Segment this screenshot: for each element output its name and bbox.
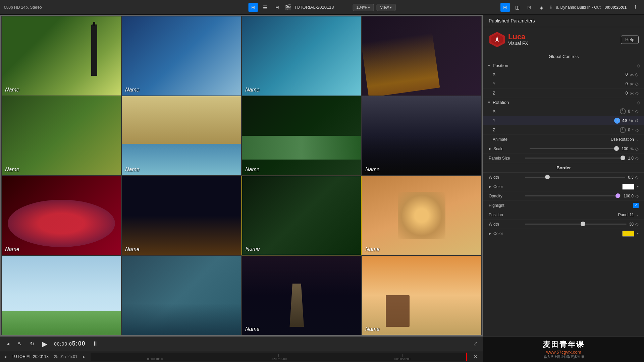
highlight-position-label: Position [489,213,522,217]
cell-label: Name [365,326,380,332]
scale-number: 100 [622,146,628,151]
right-toolbar-icons: ⊞ ◫ ⊡ ◈ [500,3,546,12]
position-header[interactable]: ▼ Position ◇ [483,61,644,70]
rotation-z-row: Z 0 ° ◇ [483,125,644,135]
timeline-btn[interactable]: ◫ [513,3,522,12]
ry-reset-icon[interactable]: ↺ [635,118,639,123]
effect-name: 8. Dynamic Build In - Out [556,5,600,10]
mark-line [155,354,155,357]
border-section-title: Border [483,163,644,173]
table-row: Name [241,96,362,176]
border-width-thumb[interactable] [545,175,550,179]
opacity-reset[interactable]: ◇ [635,193,639,199]
position-x-number: 0 [626,72,628,77]
table-row: Name [362,176,482,255]
position-dropdown-icon[interactable]: ⌄ [636,213,639,217]
x-reset-icon[interactable]: ◇ [635,72,639,77]
highlight-color-label: Color [493,231,527,236]
highlight-value [633,203,639,208]
panels-size-thumb[interactable] [621,156,625,160]
mark-line [402,354,402,357]
grid-view-btn[interactable]: ⊞ [249,3,258,12]
table-row[interactable]: Name [241,176,362,255]
zoom-arrow: ▾ [368,5,370,10]
nav-left-btn[interactable]: ◂ [5,339,11,348]
color-dropdown-icon[interactable]: ▾ [637,185,639,188]
highlight-width-thumb[interactable] [581,222,585,226]
panel-title: Published Parameters [489,18,535,23]
position-y-unit: px [630,82,634,86]
border-width-reset[interactable]: ◇ [635,175,639,180]
animate-value: Use Rotation ⌄ [611,137,639,142]
help-button[interactable]: Help [621,36,639,44]
rotation-reset[interactable]: ◇ [637,100,640,105]
animate-dropdown-icon[interactable]: ⌄ [636,137,639,141]
position-x-label: X [493,72,526,77]
rotation-y-dial[interactable] [614,118,620,124]
scale-label: Scale [493,146,527,151]
position-x-value: 0 px [626,72,634,77]
settings-icon-btn[interactable]: ⊡ [525,3,534,12]
border-color-swatch[interactable] [622,184,634,190]
rotation-z-dial[interactable] [620,127,626,133]
tool-select-btn[interactable]: ↖ [16,339,23,348]
color2-expand-icon: ▶ [489,232,491,235]
color2-dropdown-icon[interactable]: ▾ [637,232,639,235]
y-reset-icon[interactable]: ◇ [635,81,639,86]
table-row: Name [1,16,121,96]
view-button[interactable]: View ▾ [376,4,395,11]
highlight-width-value: 30 [629,222,634,227]
z-reset-icon[interactable]: ◇ [635,90,639,96]
fullscreen-btn[interactable]: ⤢ [473,341,478,347]
scale-reset-icon[interactable]: ◇ [635,146,639,152]
watermark-sub: 输入从上网址获取更多资源 [489,355,639,359]
position-reset[interactable]: ◇ [637,63,640,68]
split-view-btn[interactable]: ⊟ [273,3,282,12]
highlight-checkbox[interactable] [633,203,639,208]
global-controls-title: Global Controls [483,52,644,61]
rx-reset-icon[interactable]: ◇ [635,109,639,114]
opacity-thumb[interactable] [615,193,620,198]
play-button[interactable]: ▶ [41,339,49,349]
table-row: Name [362,255,482,335]
loop-btn[interactable]: ⏸ [91,339,100,349]
zoom-button[interactable]: 104% ▾ [353,4,374,11]
tool-trim-btn[interactable]: ↻ [29,339,36,348]
highlight-width-slider[interactable] [525,224,627,225]
rotation-label: Rotation [493,100,509,105]
rotation-section: ▼ Rotation ◇ X 0 ° ◇ Y [483,98,644,144]
panels-size-reset[interactable]: ◇ [635,156,639,161]
project-name: TUTORIAL-2020118 [294,5,334,10]
highlight-label: Highlight [489,203,522,208]
video-grid: Name Name Name Name Name [0,15,483,337]
border-width-slider[interactable] [525,177,625,178]
highlight-width-reset[interactable]: ◇ [635,222,639,227]
inspector-btn[interactable]: ⊞ [500,3,510,12]
timeline-prev-btn[interactable]: ◂ [4,354,6,359]
highlight-color-swatch[interactable] [622,231,634,237]
list-view-btn[interactable]: ☰ [261,3,270,12]
toolbar-icons: ⊞ ☰ ⊟ [249,3,282,12]
rotation-y-label: Y [493,118,526,123]
scale-slider-thumb[interactable] [614,146,619,151]
ry-key-icon[interactable]: ◆ [630,118,633,123]
rotation-x-dial[interactable] [620,108,626,114]
opacity-slider[interactable] [525,195,621,196]
animate-label: Animate [493,137,526,142]
border-color-row: ▶ Color ▾ [483,182,644,191]
panels-size-slider[interactable] [525,158,625,159]
filter-btn[interactable]: ◈ [537,3,546,12]
share-btn[interactable]: ⤴ [631,3,640,12]
rz-reset-icon[interactable]: ◇ [635,127,639,133]
watermark-chinese: 麦田青年课 [489,340,639,350]
panels-size-section: Panels Size 1.0 ◇ [483,154,644,163]
close-timeline-btn[interactable]: ✕ [472,353,479,361]
timeline-nav: ◂ TUTORIAL-2020118 25:01 / 25:01 ▸ 00:00… [0,351,483,362]
timeline-next-btn[interactable]: ▸ [83,354,85,359]
luca-brand: Luca Visual FX Help [483,27,644,52]
cell-label: Name [125,167,140,173]
rotation-header[interactable]: ▼ Rotation ◇ [483,98,644,107]
list-item: 00:00:20:00 [340,354,464,361]
mark-line [278,354,279,357]
scale-slider-track[interactable] [530,148,619,149]
